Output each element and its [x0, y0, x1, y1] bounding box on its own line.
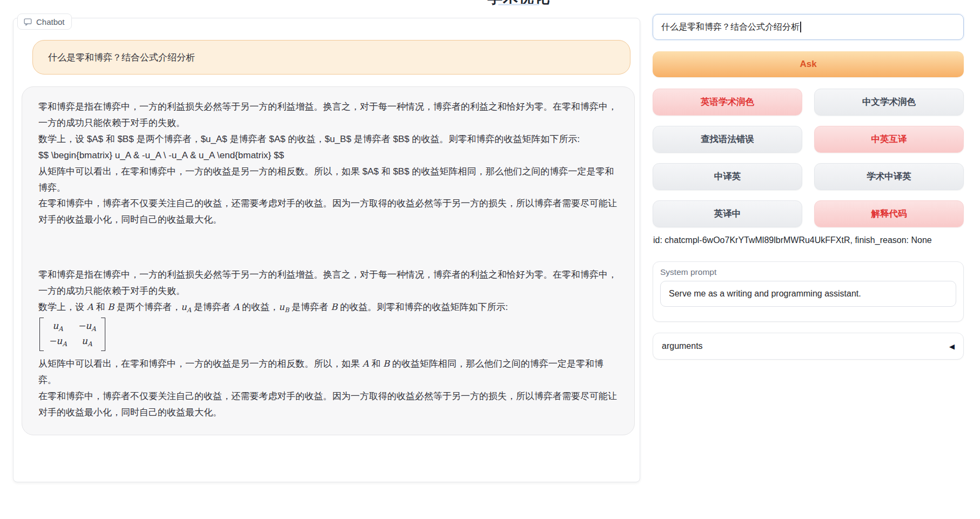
bot-message-raw-part: 零和博弈是指在博弈中，一方的利益损失必然等于另一方的利益增益。换言之，对于每一种… — [38, 99, 618, 228]
inline-math: B — [383, 359, 390, 369]
bot-paragraph: $$ \begin{bmatrix} u_A & -u_A \ -u_A & u… — [38, 147, 618, 164]
quick-action-button[interactable]: 英译中 — [653, 200, 802, 227]
chatbot-panel: Chatbot 什么是零和博弈？结合公式介绍分析 零和博弈是指在博弈中，一方的利… — [13, 18, 640, 482]
bot-paragraph: 在零和博弈中，博弈者不仅要关注自己的收益，还需要考虑对手的收益。因为一方取得的收… — [38, 196, 618, 228]
system-prompt-label: System prompt — [660, 267, 956, 277]
bot-paragraph: 数学上，设 A 和 B 是两个博弈者，uA 是博弈者 A 的收益，uB 是博弈者… — [38, 299, 618, 316]
bot-message-part-gap — [38, 228, 618, 267]
quick-action-button[interactable]: 查找语法错误 — [653, 126, 802, 153]
bot-paragraph: 零和博弈是指在博弈中，一方的利益损失必然等于另一方的利益增益。换言之，对于每一种… — [38, 99, 618, 131]
user-message: 什么是零和博弈？结合公式介绍分析 — [32, 40, 630, 75]
system-prompt-value: Serve me as a writing and programming as… — [669, 289, 861, 299]
collapse-triangle-icon: ◀ — [949, 342, 955, 351]
quick-action-button[interactable]: 学术中译英 — [814, 163, 964, 190]
inline-math: A — [233, 302, 239, 312]
quick-action-button[interactable]: 解释代码 — [814, 200, 964, 227]
title-underline-decoration — [498, 4, 539, 5]
inline-math: uA — [181, 302, 191, 312]
chat-bubble-icon — [23, 17, 32, 26]
question-input[interactable]: 什么是零和博弈？结合公式介绍分析 — [653, 14, 964, 40]
arguments-accordion[interactable]: arguments ◀ — [653, 333, 964, 360]
bot-message-rendered-part: 零和博弈是指在博弈中，一方的利益损失必然等于另一方的利益增益。换言之，对于每一种… — [38, 267, 618, 421]
quick-action-button[interactable]: 中译英 — [653, 163, 802, 190]
arguments-accordion-label: arguments — [662, 341, 703, 351]
system-prompt-input[interactable]: Serve me as a writing and programming as… — [660, 281, 956, 307]
user-message-text: 什么是零和博弈？结合公式介绍分析 — [48, 51, 195, 64]
bot-paragraph: 数学上，设 $A$ 和 $B$ 是两个博弈者，$u_A$ 是博弈者 $A$ 的收… — [38, 131, 618, 147]
quick-action-button[interactable]: 中英互译 — [814, 126, 964, 153]
quick-action-grid: 英语学术润色中文学术润色查找语法错误中英互译中译英学术中译英英译中解释代码 — [653, 89, 964, 227]
chatbot-label: Chatbot — [17, 14, 72, 30]
rendered-matrix: uA−uA−uAuA — [39, 318, 105, 351]
bot-paragraph: 零和博弈是指在博弈中，一方的利益损失必然等于另一方的利益增益。换言之，对于每一种… — [38, 267, 618, 299]
inline-math: uB — [279, 302, 289, 312]
inline-math: A — [363, 359, 369, 369]
inline-math: B — [331, 302, 338, 312]
text-cursor — [800, 22, 801, 32]
quick-action-button[interactable]: 中文学术润色 — [814, 89, 964, 116]
bot-paragraph: 从矩阵中可以看出，在零和博弈中，一方的收益是另一方的相反数。所以，如果 A 和 … — [38, 356, 618, 388]
quick-action-button[interactable]: 英语学术润色 — [653, 89, 802, 116]
bot-paragraph: uA−uA−uAuA — [38, 316, 618, 356]
inline-math: A — [87, 302, 93, 312]
bot-paragraph: 在零和博弈中，博弈者不仅要关注自己的收益，还需要考虑对手的收益。因为一方取得的收… — [38, 388, 618, 421]
bot-message: 零和博弈是指在博弈中，一方的利益损失必然等于另一方的利益增益。换言之，对于每一种… — [22, 86, 635, 435]
response-status-text: id: chatcmpl-6wOo7KrYTwMl89lbrMWRu4UkFFX… — [653, 235, 932, 245]
bot-paragraph: 从矩阵中可以看出，在零和博弈中，一方的收益是另一方的相反数。所以，如果 $A$ … — [38, 164, 618, 196]
inline-math: B — [108, 302, 114, 312]
system-prompt-group: System prompt Serve me as a writing and … — [653, 261, 964, 322]
question-input-value: 什么是零和博弈？结合公式介绍分析 — [661, 22, 800, 33]
chatbot-label-text: Chatbot — [36, 17, 65, 26]
ask-button[interactable]: Ask — [653, 51, 964, 77]
ask-button-label: Ask — [800, 59, 816, 70]
